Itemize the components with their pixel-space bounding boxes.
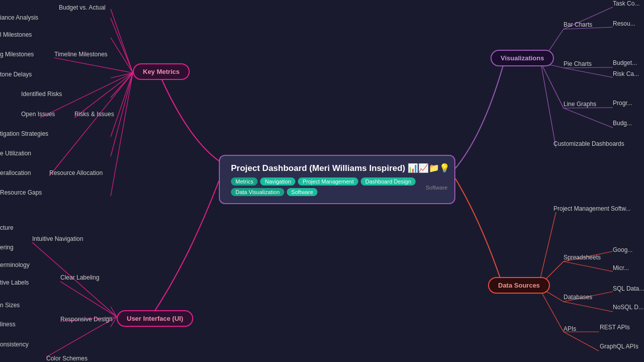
svg-line-26 <box>564 108 613 128</box>
leaf-timeline-milestones: Timeline Milestones <box>54 51 108 58</box>
leaf-e-utilization: e Utilization <box>0 150 31 157</box>
leaf-color-schemes: Color Schemes <box>46 355 88 362</box>
svg-line-13 <box>60 282 117 317</box>
svg-line-31 <box>564 261 613 272</box>
svg-line-14 <box>111 307 117 317</box>
leaf-budget-vs-actual: Budget vs. Actual <box>59 4 106 11</box>
leaf-variance-analysis: iance Analysis <box>0 14 38 21</box>
svg-line-34 <box>564 302 613 312</box>
svg-line-0 <box>111 9 133 73</box>
svg-line-27 <box>541 63 556 148</box>
user-interface-node: User Interface (UI) <box>117 310 193 327</box>
leaf-tigation-strategies: tigation Strategies <box>0 130 48 137</box>
leaf-ering: ering <box>0 244 14 251</box>
leaf-rest-apis: REST APIs <box>600 324 630 331</box>
visualizations-label: Visualizations <box>501 54 544 62</box>
leaf-risks-issues: Risks & Issues <box>74 111 114 118</box>
tag-software: Software <box>287 188 317 196</box>
leaf-identified-risks: Identified Risks <box>21 90 62 98</box>
visualizations-node: Visualizations <box>491 50 554 66</box>
leaf-stone-delays: tone Delays <box>0 71 32 78</box>
data-sources-node: Data Sources <box>488 277 550 294</box>
center-node: Project Dashboard (Meri Williams Inspire… <box>219 155 455 204</box>
leaf-risk-ca: Risk Ca... <box>613 70 639 77</box>
leaf-cture: cture <box>0 224 14 231</box>
leaf-software-label: Software <box>426 185 447 191</box>
center-title: Project Dashboard (Meri Williams Inspire… <box>231 163 443 173</box>
svg-line-2 <box>111 38 133 73</box>
leaf-sql-data: SQL Data... <box>613 285 644 292</box>
leaf-customizable-dashboards: Customizable Dashboards <box>553 140 624 147</box>
svg-line-10 <box>49 73 133 176</box>
leaf-pie-charts: Pie Charts <box>564 60 592 67</box>
leaf-budg: Budg... <box>613 120 632 127</box>
leaf-micr: Micr... <box>613 264 629 272</box>
tag-dd: Dashboard Design <box>361 177 416 186</box>
leaf-pm-software: Project Management Softw... <box>553 205 630 212</box>
leaf-erminology: erminology <box>0 261 30 268</box>
leaf-apis: APIs <box>564 325 576 332</box>
svg-line-11 <box>111 73 133 196</box>
svg-line-22 <box>564 67 613 68</box>
key-metrics-node: Key Metrics <box>133 63 190 80</box>
leaf-line-graphs: Line Graphs <box>564 101 596 108</box>
leaf-open-issues: Open Issues <box>21 111 55 118</box>
mindmap-canvas: Project Dashboard (Meri Williams Inspire… <box>0 0 644 362</box>
tags-container: Metrics Navigation Project Management Da… <box>231 177 443 196</box>
leaf-goog: Goog... <box>613 246 632 253</box>
svg-line-24 <box>541 63 564 108</box>
leaf-resource-gaps: Resource Gaps <box>0 189 42 196</box>
tag-pm: Project Management <box>298 177 358 186</box>
tag-metrics: Metrics <box>231 177 258 186</box>
leaf-liness: liness <box>0 321 16 328</box>
leaf-databases: Databases <box>564 294 592 301</box>
leaf-clear-labeling: Clear Labeling <box>60 274 99 281</box>
leaf-onsistency: onsistency <box>0 341 29 348</box>
leaf-bar-charts: Bar Charts <box>564 21 592 28</box>
svg-line-28 <box>538 212 556 287</box>
leaf-resou: Resou... <box>613 20 635 27</box>
leaf-nosql-d: NoSQL D... <box>613 304 643 311</box>
svg-line-8 <box>111 73 133 137</box>
leaf-task-co: Task Co... <box>613 0 639 7</box>
svg-line-3 <box>54 58 133 73</box>
leaf-resource-allocation: Resource Allocation <box>49 169 103 176</box>
leaf-n-sizes: n Sizes <box>0 302 20 309</box>
leaf-responsive-design: Responsive Design <box>60 316 112 323</box>
data-sources-label: Data Sources <box>498 282 540 289</box>
leaf-milestones1: l Milestones <box>0 31 32 38</box>
key-metrics-label: Key Metrics <box>143 68 180 75</box>
leaf-milestones2: g Milestones <box>0 51 34 58</box>
tag-dv: Data Visualization <box>231 188 284 196</box>
leaf-budget-right: Budget... <box>613 59 637 66</box>
tag-navigation: Navigation <box>260 177 295 186</box>
user-interface-label: User Interface (UI) <box>127 315 183 322</box>
leaf-graphql-apis: GraphQL APIs <box>600 343 638 350</box>
svg-line-1 <box>111 18 133 73</box>
svg-line-4 <box>111 73 133 78</box>
svg-line-23 <box>564 68 613 77</box>
svg-line-5 <box>111 73 133 98</box>
leaf-erallocation: erallocation <box>0 169 31 176</box>
leaf-progr: Progr... <box>613 100 632 107</box>
svg-line-17 <box>46 317 117 357</box>
leaf-intuitive-navigation: Intuitive Navigation <box>32 235 83 242</box>
svg-line-37 <box>564 332 599 351</box>
svg-line-25 <box>564 108 613 108</box>
leaf-spreadsheets: Spreadsheets <box>564 254 601 261</box>
leaf-tive-labels: tive Labels <box>0 279 29 286</box>
